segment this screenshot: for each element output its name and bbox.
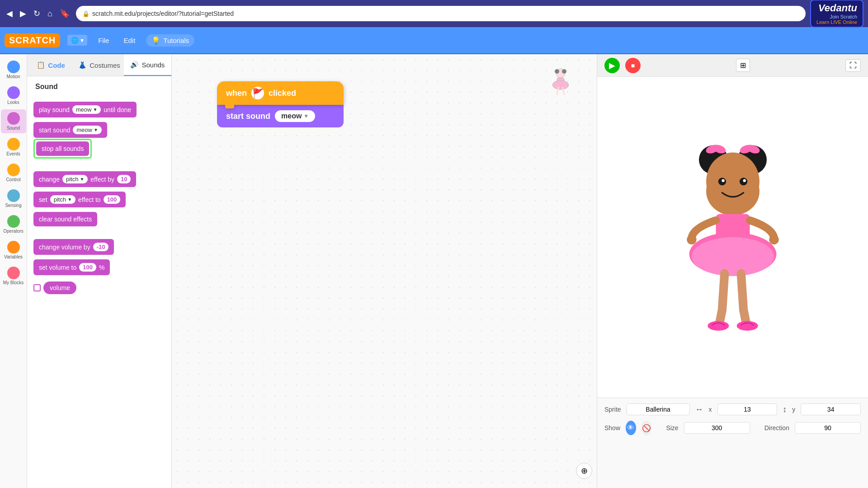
meow-dropdown-arrow: ▼ [303, 113, 309, 119]
svg-rect-19 [727, 206, 739, 215]
svg-point-25 [769, 235, 778, 244]
browser-controls: ◀ ▶ ↻ ⌂ 🔖 [5, 7, 71, 20]
bookmark-btn[interactable]: 🔖 [58, 7, 71, 20]
stage-view-button[interactable]: ⊞ [736, 59, 750, 72]
play-sound-block[interactable]: play sound meow ▼ until done [33, 102, 137, 117]
show-label: Show [604, 424, 620, 432]
svg-point-24 [687, 235, 696, 244]
stop-button[interactable]: ■ [625, 58, 641, 73]
start-sound-pill[interactable]: meow ▼ [73, 126, 102, 134]
sprite-name-input[interactable] [627, 404, 690, 415]
volume-checkbox[interactable] [33, 284, 41, 291]
motion-dot [7, 61, 20, 73]
set-pitch-pill[interactable]: pitch ▼ [50, 195, 75, 204]
stop-all-sounds-outline: stop all sounds [33, 139, 92, 159]
change-pitch-block[interactable]: change pitch ▼ effect by 10 [33, 171, 136, 187]
start-sound-block[interactable]: start sound meow ▼ [33, 122, 107, 138]
play-sound-sound-pill[interactable]: meow ▼ [72, 105, 101, 114]
block-panel-tabs: 📋 Code 👗 Costumes 🔊 Sounds [27, 54, 171, 76]
events-dot [7, 138, 20, 150]
show-hidden-button[interactable]: 🚫 [642, 421, 652, 435]
sidebar-item-variables[interactable]: Variables [1, 238, 26, 262]
tab-costumes[interactable]: 👗 Costumes [75, 54, 124, 76]
clear-sound-effects-block[interactable]: clear sound effects [33, 212, 97, 226]
stage-area: ▶ ■ ⊞ ⛶ [597, 54, 868, 488]
pitch-pill[interactable]: pitch ▼ [62, 175, 88, 183]
stop-all-sounds-block[interactable]: stop all sounds [36, 141, 89, 156]
tutorials-button[interactable]: 💡 Tutorials [146, 34, 194, 47]
green-flag-button[interactable]: ▶ [604, 58, 620, 73]
costumes-icon: 👗 [78, 61, 87, 69]
sidebar-item-operators[interactable]: Operators [1, 212, 26, 236]
green-flag-icon: 🚩 [251, 87, 264, 99]
file-menu[interactable]: File [94, 35, 113, 46]
set-volume-value[interactable]: 100 [79, 263, 96, 272]
sidebar-item-motion[interactable]: Motion [1, 58, 26, 82]
sidebar-item-looks[interactable]: Looks [1, 84, 26, 108]
set-volume-label: set volume to [39, 264, 76, 271]
change-label: change [39, 176, 60, 183]
forward-btn[interactable]: ▶ [18, 7, 28, 20]
sidebar-item-myblocks[interactable]: My Blocks [1, 264, 26, 288]
zoom-button[interactable]: ⊕ [576, 463, 592, 479]
edit-menu[interactable]: Edit [120, 35, 139, 46]
back-btn[interactable]: ◀ [5, 7, 14, 20]
language-selector[interactable]: 🌐 ▾ [67, 35, 87, 46]
size-input[interactable] [684, 422, 750, 434]
looks-dot [7, 86, 20, 99]
stage-canvas [597, 77, 868, 398]
x-arrow-icon: ↔ [695, 405, 703, 414]
clear-effects-label: clear sound effects [39, 216, 92, 223]
vedantu-logo: Vedantu Join Scratch Learn LIVE Online [810, 0, 863, 28]
sidebar-item-events[interactable]: Events [1, 135, 26, 159]
sprite-show-row: Show 👁 🚫 Size Direction [604, 421, 861, 435]
svg-point-6 [562, 69, 566, 74]
sound-section-header: Sound [27, 76, 171, 97]
set-volume-block[interactable]: set volume to 100 % [33, 259, 110, 275]
sidebar-item-sensing[interactable]: Sensing [1, 187, 26, 211]
effect-by-value[interactable]: 10 [117, 175, 131, 183]
lang-arrow: ▾ [80, 37, 84, 44]
when-flag-clicked-block[interactable]: when 🚩 clicked [217, 81, 344, 105]
script-start-sound-label: start sound [226, 112, 270, 121]
change-volume-value[interactable]: -10 [93, 243, 109, 251]
home-btn[interactable]: ⌂ [46, 7, 54, 20]
volume-label: volume [50, 284, 70, 291]
volume-reporter-row: volume [33, 282, 165, 294]
scratch-logo[interactable]: SCRATCH [5, 33, 60, 47]
y-input[interactable] [801, 404, 861, 415]
lock-icon: 🔒 [82, 10, 90, 17]
reload-btn[interactable]: ↻ [32, 7, 42, 20]
script-meow-pill[interactable]: meow ▼ [275, 110, 315, 122]
sidebar-item-sound[interactable]: Sound [1, 109, 26, 133]
set-pitch-block[interactable]: set pitch ▼ effect to 100 [33, 192, 126, 207]
tab-code[interactable]: 📋 Code [27, 54, 75, 76]
show-visible-button[interactable]: 👁 [626, 421, 636, 435]
start-sound-label: start sound [39, 127, 70, 134]
tab-sounds[interactable]: 🔊 Sounds [124, 54, 171, 76]
x-input[interactable] [717, 404, 778, 415]
svg-point-17 [722, 179, 724, 182]
script-start-sound-block[interactable]: start sound meow ▼ [217, 105, 344, 127]
variables-dot [7, 241, 20, 253]
direction-label: Direction [764, 424, 789, 432]
ballerina-sprite [642, 136, 823, 339]
direction-input[interactable] [795, 422, 861, 434]
sidebar-item-control[interactable]: Control [1, 161, 26, 185]
spacer2 [33, 231, 165, 235]
change-volume-block[interactable]: change volume by -10 [33, 239, 114, 255]
percent-label: % [99, 264, 104, 271]
script-area[interactable]: when 🚩 clicked start sound meow ▼ ⊕ [172, 54, 597, 488]
vedantu-join: Join Scratch [830, 14, 857, 19]
set-effect-value[interactable]: 100 [104, 195, 121, 204]
fullscreen-button[interactable]: ⛶ [845, 59, 861, 72]
address-bar[interactable]: 🔒 scratch.mit.edu/projects/editor/?tutor… [76, 6, 806, 21]
sprite-info-panel: Sprite ↔ x ↕ y Show 👁 🚫 Size Direction [597, 398, 868, 488]
bulb-icon: 💡 [151, 36, 160, 45]
block-panel: 📋 Code 👗 Costumes 🔊 Sounds Sound play so… [27, 54, 172, 488]
set-effect-to-label: effect to [78, 196, 101, 203]
volume-reporter-block[interactable]: volume [43, 282, 76, 294]
size-label: Size [666, 424, 678, 432]
control-dot [7, 164, 20, 176]
control-label: Control [6, 177, 20, 182]
